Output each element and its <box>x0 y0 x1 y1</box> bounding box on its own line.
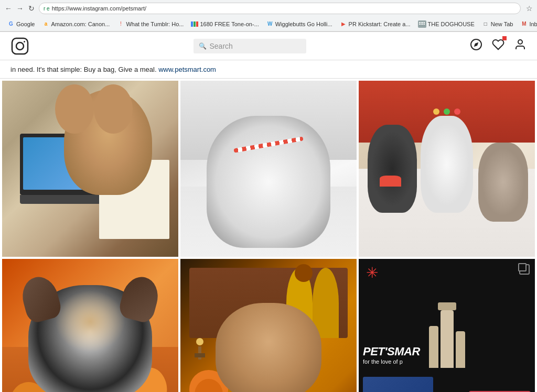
bookmarks-bar: G Google a Amazon.com: Canon... ! What t… <box>0 17 537 31</box>
bookmark-pr[interactable]: ▶ PR Kickstart: Create a... <box>337 19 414 29</box>
bookmark-wiggle[interactable]: W Wigglebutts Go Holli... <box>263 19 336 29</box>
bookmark-gmail[interactable]: M Inbox (1) <box>517 19 537 29</box>
svg-point-14 <box>24 41 25 42</box>
svg-rect-1 <box>194 21 196 27</box>
copy-icon <box>519 264 530 275</box>
svg-rect-9 <box>421 24 422 25</box>
svg-point-13 <box>16 42 24 50</box>
post-autumn-dog[interactable] <box>2 259 178 392</box>
amazon-icon: a <box>42 20 49 28</box>
svg-rect-0 <box>191 21 193 27</box>
posts-grid: PET SMARTWISH LIST -TOYS-TREATS-TOYS-TRE… <box>0 79 537 392</box>
tumblr-icon: ! <box>117 20 124 28</box>
svg-rect-2 <box>196 21 198 27</box>
svg-rect-12 <box>12 38 28 54</box>
petsmart-star-icon: ✳ <box>366 264 378 281</box>
bookmark-doghouse-label: THE DOGHOUSE <box>428 21 475 27</box>
browser-address-bar: ← → ↻ r e https://www.instagram.com/pets… <box>0 0 537 17</box>
svg-rect-10 <box>422 24 423 25</box>
bookmark-gmail-label: Inbox (1) <box>529 21 537 27</box>
svg-rect-8 <box>419 24 420 25</box>
notification-dot <box>502 36 507 40</box>
instagram-logo[interactable] <box>10 37 29 56</box>
forward-button[interactable]: → <box>16 4 24 13</box>
url-text: https://www.instagram.com/petsmart/ <box>52 5 146 12</box>
gmail-icon: M <box>520 20 528 28</box>
bookmark-pr-label: PR Kickstart: Create a... <box>349 21 411 27</box>
refresh-button[interactable]: ↻ <box>27 4 36 13</box>
bookmark-google-label: Google <box>16 21 35 27</box>
svg-point-17 <box>518 40 522 44</box>
petsmart-tagline-text: for the love of p <box>363 358 531 365</box>
post-dog-laptop[interactable]: PET SMARTWISH LIST -TOYS-TREATS-TOYS-TRE… <box>2 81 178 257</box>
browser-chrome: ← → ↻ r e https://www.instagram.com/pets… <box>0 0 537 32</box>
bio-text: in need. It's that simple: Buy a bag, Gi… <box>10 66 158 73</box>
youtube-icon: ▶ <box>340 20 347 28</box>
bio-strip: in need. It's that simple: Buy a bag, Gi… <box>0 60 537 79</box>
svg-rect-7 <box>424 22 425 23</box>
bookmark-wiggle-label: Wigglebutts Go Holli... <box>275 21 332 27</box>
svg-rect-11 <box>424 24 425 25</box>
svg-rect-5 <box>421 22 422 23</box>
petsmart-logo-text: PET'SMAR <box>363 345 531 358</box>
post-fall-scene[interactable] <box>180 259 357 392</box>
instagram-header: 🔍 Search <box>0 32 537 60</box>
back-button[interactable]: ← <box>4 4 13 13</box>
wordpress-icon: W <box>266 20 274 28</box>
bookmark-tone[interactable]: 1680 FREE Tone-on-... <box>188 19 262 29</box>
bookmark-amazon[interactable]: a Amazon.com: Canon... <box>39 19 113 29</box>
tone-icon <box>191 20 198 28</box>
explore-icon[interactable] <box>470 38 482 54</box>
doghouse-icon <box>418 20 426 28</box>
bookmark-tone-label: 1680 FREE Tone-on-... <box>200 21 259 27</box>
bookmark-tumblr[interactable]: ! What the Tumblr: Ho... <box>114 19 187 29</box>
newtab-icon: □ <box>482 20 489 28</box>
bio-link[interactable]: www.petsmart.com <box>158 66 216 73</box>
bookmark-amazon-label: Amazon.com: Canon... <box>51 21 110 27</box>
search-bar-container: 🔍 Search <box>194 39 306 53</box>
svg-rect-4 <box>419 22 420 23</box>
bookmark-star[interactable]: ☆ <box>526 4 533 13</box>
search-bar[interactable]: 🔍 Search <box>194 39 306 53</box>
post-dog-candy[interactable] <box>180 81 357 257</box>
nav-icons <box>470 38 527 54</box>
google-icon: G <box>7 20 15 28</box>
search-placeholder: Search <box>210 42 233 50</box>
post-christmas-dogs[interactable] <box>359 81 535 257</box>
instagram-page: 🔍 Search <box>0 32 537 392</box>
post-petsmart-ad[interactable]: ✳ PET'S <box>359 259 535 392</box>
svg-rect-6 <box>422 22 423 23</box>
bookmark-newtab[interactable]: □ New Tab <box>479 19 517 29</box>
search-icon: 🔍 <box>199 42 207 50</box>
bookmark-newtab-label: New Tab <box>491 21 513 27</box>
heart-icon[interactable] <box>492 38 504 54</box>
secure-indicator: r e <box>44 6 50 12</box>
url-bar[interactable]: r e https://www.instagram.com/petsmart/ <box>39 3 521 14</box>
bookmark-google[interactable]: G Google <box>4 19 38 29</box>
bookmark-tumblr-label: What the Tumblr: Ho... <box>126 21 184 27</box>
profile-icon[interactable] <box>514 38 527 54</box>
bookmark-doghouse[interactable]: THE DOGHOUSE <box>415 19 478 29</box>
svg-marker-16 <box>474 42 478 46</box>
